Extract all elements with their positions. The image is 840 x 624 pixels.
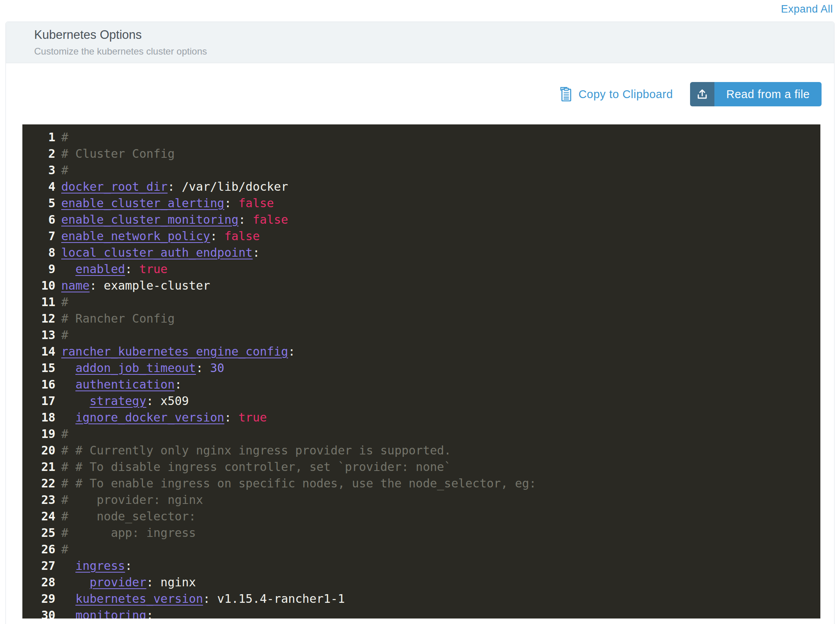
code-token: :: [168, 180, 175, 193]
code-line: 22# # To enable ingress on specific node…: [22, 475, 820, 492]
code-line-text: docker_root_dir: /var/lib/docker: [61, 179, 288, 195]
code-token: ingress: [75, 559, 125, 573]
line-number: 2: [22, 146, 55, 162]
line-number: 13: [22, 327, 55, 343]
code-token: provider: [89, 575, 146, 589]
code-token: # node_selector:: [61, 509, 196, 523]
line-number: 21: [22, 459, 55, 475]
code-token: ignore_docker_version: [75, 411, 224, 424]
line-number: 18: [22, 409, 55, 426]
code-line: 7enable_network_policy: false: [22, 228, 820, 244]
code-token: name: [61, 279, 89, 292]
code-line-text: #: [61, 129, 68, 146]
expand-all-link[interactable]: Expand All: [781, 3, 833, 15]
code-token: monitoring: [75, 608, 146, 619]
code-line-text: #: [61, 541, 68, 558]
code-token: 30: [203, 361, 224, 375]
code-token: [61, 559, 75, 573]
read-from-file-button[interactable]: Read from a file: [690, 82, 822, 106]
code-line-text: monitoring:: [61, 607, 153, 619]
panel-header: Kubernetes Options Customize the kuberne…: [6, 22, 834, 63]
panel-body: Copy to Clipboard Read from a file 1#2# …: [6, 63, 834, 619]
code-line-text: # app: ingress: [61, 525, 196, 541]
code-token: strategy: [89, 394, 146, 408]
line-number: 4: [22, 179, 55, 195]
code-line: 6enable_cluster_monitoring: false: [22, 212, 820, 228]
line-number: 30: [22, 607, 55, 619]
code-line: 2# Cluster Config: [22, 146, 820, 162]
code-line: 8local_cluster_auth_endpoint:: [22, 244, 820, 261]
code-line-text: provider: nginx: [61, 574, 196, 591]
read-from-file-label: Read from a file: [714, 82, 822, 106]
clipboard-icon: [559, 86, 573, 102]
code-line: 12# Rancher Config: [22, 310, 820, 327]
code-line-text: # node_selector:: [61, 508, 196, 525]
code-token: authentication: [75, 378, 175, 391]
code-token: v1.15.4-rancher1-1: [210, 592, 345, 606]
line-number: 24: [22, 508, 55, 525]
code-token: :: [253, 246, 260, 259]
code-line-text: #: [61, 327, 68, 343]
code-line-text: # # Currently only nginx ingress provide…: [61, 442, 451, 459]
copy-to-clipboard-button[interactable]: Copy to Clipboard: [559, 86, 673, 102]
code-token: true: [132, 262, 168, 276]
code-token: nginx: [153, 575, 196, 589]
code-line: 23# provider: nginx: [22, 492, 820, 508]
code-token: false: [231, 196, 274, 210]
code-token: :: [224, 196, 231, 210]
code-line-text: # # To enable ingress on specific nodes,…: [61, 475, 536, 492]
code-token: [61, 592, 75, 606]
line-number: 8: [22, 244, 55, 261]
code-line-text: #: [61, 294, 68, 310]
upload-icon: [690, 82, 714, 106]
line-number: 23: [22, 492, 55, 508]
code-token: x509: [153, 394, 189, 408]
code-token: [61, 608, 75, 619]
code-line-text: # provider: nginx: [61, 492, 203, 508]
code-token: [61, 394, 89, 408]
code-line-text: ignore_docker_version: true: [61, 409, 267, 426]
code-token: false: [246, 213, 288, 226]
code-line: 21# # To disable ingress controller, set…: [22, 459, 820, 475]
line-number: 11: [22, 294, 55, 310]
code-line: 4docker_root_dir: /var/lib/docker: [22, 179, 820, 195]
code-token: :: [203, 592, 210, 606]
code-line-text: # # To disable ingress controller, set `…: [61, 459, 451, 475]
line-number: 12: [22, 310, 55, 327]
code-editor[interactable]: 1#2# Cluster Config3#4docker_root_dir: /…: [22, 124, 820, 619]
line-number: 26: [22, 541, 55, 558]
code-token: :: [146, 394, 153, 408]
code-line: 29 kubernetes_version: v1.15.4-rancher1-…: [22, 591, 820, 607]
code-line-text: enable_cluster_alerting: false: [61, 195, 274, 212]
line-number: 25: [22, 525, 55, 541]
code-line-text: enable_cluster_monitoring: false: [61, 212, 288, 228]
line-number: 9: [22, 261, 55, 277]
code-token: [61, 378, 75, 391]
code-token: # # To disable ingress controller, set `…: [61, 460, 451, 474]
code-line: 27 ingress:: [22, 558, 820, 574]
line-number: 19: [22, 426, 55, 442]
code-token: :: [146, 608, 153, 619]
line-number: 7: [22, 228, 55, 244]
code-token: docker_root_dir: [61, 180, 168, 193]
code-line: 20# # Currently only nginx ingress provi…: [22, 442, 820, 459]
code-token: [61, 262, 75, 276]
code-line-text: name: example-cluster: [61, 277, 210, 294]
line-number: 22: [22, 475, 55, 492]
code-line-text: #: [61, 162, 68, 179]
line-number: 6: [22, 212, 55, 228]
code-token: addon_job_timeout: [75, 361, 196, 375]
code-line-text: kubernetes_version: v1.15.4-rancher1-1: [61, 591, 345, 607]
code-token: true: [231, 411, 267, 424]
code-token: :: [196, 361, 203, 375]
code-token: kubernetes_version: [75, 592, 203, 606]
code-line-text: local_cluster_auth_endpoint:: [61, 244, 260, 261]
code-line: 9 enabled: true: [22, 261, 820, 277]
line-number: 15: [22, 360, 55, 376]
line-number: 28: [22, 574, 55, 591]
code-line-text: # Rancher Config: [61, 310, 175, 327]
code-line-text: #: [61, 426, 68, 442]
code-line: 3#: [22, 162, 820, 179]
line-number: 14: [22, 343, 55, 360]
code-token: :: [125, 262, 132, 276]
